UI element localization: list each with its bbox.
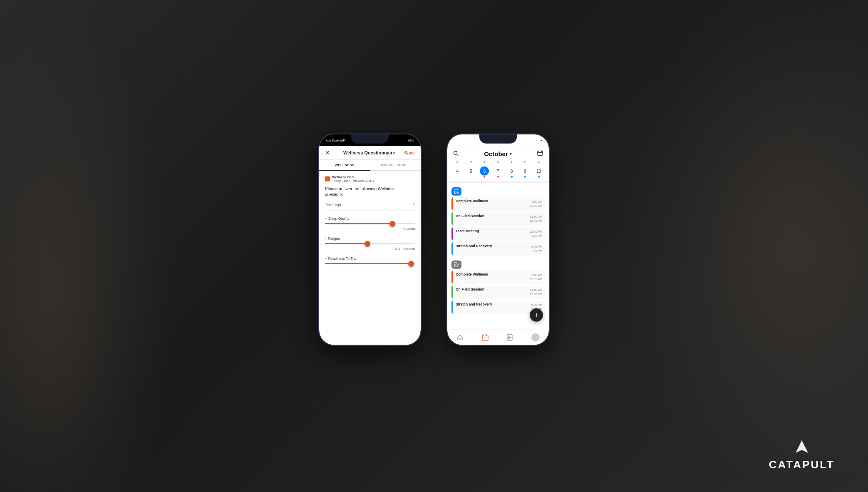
- event-body: Stretch and Recovery: [453, 242, 529, 256]
- schedule-wed: WED 07 Complete Wellness 9:50 AM10:10 AM: [451, 258, 545, 314]
- event-time: 11:00 AM12:00 PM: [527, 286, 545, 299]
- wellness-date-label: Wellness Date: [332, 175, 374, 179]
- fab-add-button[interactable]: +: [530, 308, 543, 322]
- bottom-nav: [447, 330, 549, 345]
- event-time: 6:00 PM7:00 PM: [529, 242, 545, 256]
- day-hdr-t2: T: [505, 160, 518, 164]
- cal-day-5[interactable]: 5: [464, 165, 478, 179]
- schedule-list: TUE 06 Complete Wellness 9:50 AM10:10 AM: [447, 185, 549, 330]
- tabs-bar: WELLNESS MUSCLE SORE...: [319, 160, 421, 171]
- question-fatigue: ≡Fatigue 3: 3 – Normal: [325, 236, 415, 251]
- bg-figure-left: [0, 0, 175, 492]
- sleep-quality-result: 4: Good: [325, 227, 415, 231]
- sleep-quality-icon: ≡: [325, 217, 327, 221]
- tue-badge: TUE 06: [451, 187, 461, 196]
- calendar-icon: [325, 176, 330, 181]
- event-time: 9:50 AM10:10 AM: [527, 271, 545, 284]
- event-on-filed-tue[interactable]: On Filed Session 11:00 AM12:00 PM: [451, 212, 545, 226]
- svg-point-4: [454, 151, 457, 154]
- time-slept-value: 7: [413, 203, 415, 207]
- question-time-slept: Time slept 7: [325, 203, 415, 211]
- cal-day-10[interactable]: 10: [532, 165, 546, 179]
- wellness-nav-bar: ✕ Wellness Questionnaire Save: [319, 146, 421, 160]
- event-title: On Filed Session: [456, 287, 524, 291]
- question-readiness: ≡Readiness To Train: [325, 256, 415, 264]
- tue-date-label: TUE 06: [451, 185, 545, 196]
- close-button[interactable]: ✕: [325, 149, 330, 156]
- wellness-date-value[interactable]: Today • Mon, 7th Dec 2020 ▾: [332, 179, 374, 183]
- day-hdr-m: M: [464, 160, 478, 164]
- question-sleep-quality: ≡Sleep Quality 4: Good: [325, 216, 415, 231]
- tab-wellness[interactable]: WELLNESS: [319, 160, 370, 171]
- page-title: Wellness Questionnaire: [334, 150, 404, 155]
- search-icon[interactable]: [453, 150, 459, 157]
- event-body: Complete Wellness: [453, 197, 527, 211]
- day-hdr-s2: S: [532, 160, 546, 164]
- sleep-quality-slider[interactable]: [325, 223, 415, 224]
- schedule-tue: TUE 06 Complete Wellness 9:50 AM10:10 AM: [451, 185, 545, 256]
- wellness-screen: ✕ Wellness Questionnaire Save WELLNESS M…: [319, 146, 421, 345]
- avatar: [531, 333, 540, 342]
- divider-1: [325, 210, 415, 211]
- event-time: 11:00 AM12:00 PM: [527, 212, 545, 226]
- event-team-meeting[interactable]: Team Meeting 12:30 PM1:30 PM: [451, 227, 545, 241]
- tab-muscle-soreness[interactable]: MUSCLE SORE...: [370, 160, 421, 170]
- phone-calendar: ⋅⋅⋅ October ▾ S M T: [446, 134, 550, 346]
- fatigue-slider[interactable]: [325, 243, 415, 244]
- catapult-text: CATAPULT: [769, 458, 835, 471]
- month-chevron-icon: ▾: [510, 152, 512, 156]
- calendar-month[interactable]: October ▾: [484, 150, 512, 157]
- readiness-thumb[interactable]: [408, 261, 414, 266]
- event-stretch-tue[interactable]: Stretch and Recovery 6:00 PM7:00 PM: [451, 242, 545, 256]
- catapult-icon: [769, 438, 835, 457]
- event-complete-wellness-tue[interactable]: Complete Wellness 9:50 AM10:10 AM: [451, 197, 545, 211]
- document-icon: [507, 334, 513, 341]
- cal-day-9[interactable]: 9: [518, 165, 532, 179]
- wellness-question-text: Please answer the following Wellnessques…: [325, 186, 415, 198]
- time-slept-label: Time slept: [325, 203, 341, 207]
- calendar-nav-icon: [482, 334, 489, 341]
- cal-divider: [447, 181, 549, 183]
- fatigue-label: ≡Fatigue: [325, 236, 340, 241]
- calendar-header: October ▾: [447, 146, 549, 160]
- event-title: Complete Wellness: [456, 272, 524, 276]
- notch-right: [479, 134, 517, 144]
- event-title: Team Meeting: [456, 229, 524, 233]
- event-on-filed-wed[interactable]: On Filed Session 11:00 AM12:00 PM: [451, 286, 545, 299]
- fatigue-icon: ≡: [325, 237, 327, 241]
- nav-profile[interactable]: [531, 333, 540, 342]
- nav-calendar[interactable]: [482, 334, 489, 341]
- event-time: 12:30 PM1:30 PM: [527, 227, 545, 241]
- battery-label: 63%: [408, 139, 414, 142]
- fatigue-result: 3: 3 – Normal: [325, 247, 415, 251]
- nav-home[interactable]: [456, 334, 463, 341]
- home-icon: [456, 334, 463, 341]
- status-left: App Store WiFi: [326, 139, 345, 142]
- calendar-screen: October ▾ S M T W T F S 4 5: [447, 146, 549, 345]
- svg-rect-6: [538, 151, 543, 156]
- svg-line-5: [457, 154, 458, 155]
- phone-wellness: App Store WiFi 11:41 63% ✕ Wellness Ques…: [318, 134, 422, 346]
- sleep-quality-thumb[interactable]: [389, 221, 395, 226]
- nav-document[interactable]: [507, 334, 513, 341]
- battery-right: ⋅⋅⋅: [538, 138, 542, 142]
- calendar-icon-btn[interactable]: [537, 150, 543, 157]
- cal-day-7[interactable]: 7: [491, 165, 505, 179]
- calendar-days-row: 4 5 6 7 8 9 10: [447, 165, 549, 179]
- day-hdr-f: F: [518, 160, 532, 164]
- cal-day-8[interactable]: 8: [505, 165, 518, 179]
- event-body: Complete Wellness: [453, 271, 527, 284]
- day-hdr-s1: S: [451, 160, 464, 164]
- cal-day-6[interactable]: 6: [478, 165, 491, 179]
- sleep-quality-label: ≡Sleep Quality: [325, 216, 349, 221]
- app-store-label: App Store WiFi: [326, 139, 345, 142]
- save-button[interactable]: Save: [404, 150, 415, 155]
- wellness-date-row: Wellness Date Today • Mon, 7th Dec 2020 …: [325, 175, 415, 183]
- readiness-slider[interactable]: [325, 263, 415, 264]
- fatigue-thumb[interactable]: [365, 241, 370, 246]
- cal-day-4[interactable]: 4: [451, 165, 464, 179]
- event-complete-wellness-wed[interactable]: Complete Wellness 9:50 AM10:10 AM: [451, 271, 545, 284]
- day-hdr-w: W: [491, 160, 505, 164]
- event-title: On Filed Session: [456, 214, 524, 218]
- event-body: Stretch and Recovery: [453, 301, 529, 314]
